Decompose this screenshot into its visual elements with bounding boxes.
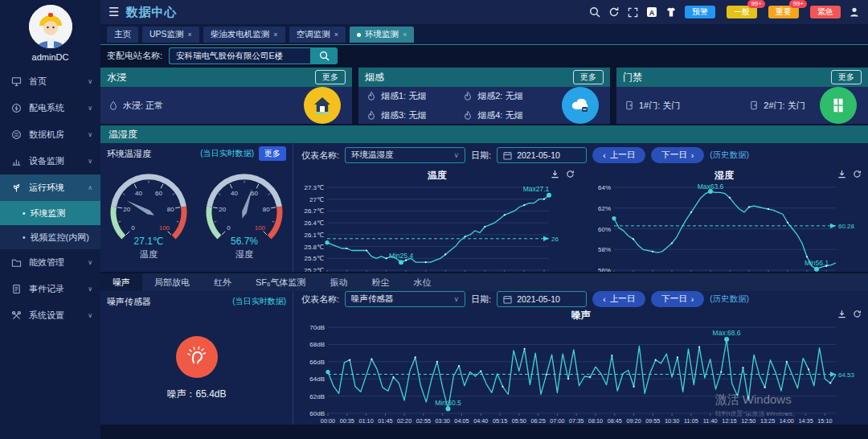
next-day-button[interactable]: 下一日›: [651, 147, 704, 163]
tab-0[interactable]: 主页: [107, 27, 138, 43]
refresh-icon[interactable]: [853, 310, 862, 318]
username: adminDC: [32, 52, 69, 62]
noise-chart-title: 噪声: [571, 309, 591, 322]
svg-text:27.1℃: 27.1℃: [133, 236, 163, 247]
meter-select[interactable]: 噪声传感器∨: [345, 291, 465, 307]
sidebar-item-4[interactable]: 运行环境∧: [0, 174, 100, 201]
tab-3[interactable]: 空调监测×: [289, 27, 346, 43]
refresh-icon[interactable]: [608, 6, 620, 18]
chevron-left-icon: ‹: [603, 150, 606, 160]
tab-2[interactable]: 柴油发电机监测×: [203, 27, 285, 43]
station-search-button[interactable]: [310, 47, 338, 64]
alert-button-3[interactable]: 紧急: [810, 6, 841, 18]
tab-1[interactable]: UPS监测×: [142, 27, 199, 43]
sidebar-item-8[interactable]: 事件记录∨: [0, 276, 100, 302]
svg-text:11:40: 11:40: [702, 417, 717, 425]
sidebar-subitem-6[interactable]: •视频监控(内网): [0, 225, 100, 249]
svg-text:14:00: 14:00: [779, 417, 793, 425]
alert-button-0[interactable]: 预警: [685, 6, 715, 18]
menu-toggle-icon[interactable]: ☰: [108, 5, 119, 19]
next-day-button[interactable]: 下一日›: [651, 291, 704, 307]
sensor-tab-4[interactable]: 振动: [318, 273, 360, 291]
search-icon[interactable]: [589, 6, 600, 18]
translate-icon[interactable]: A: [646, 6, 657, 18]
theme-icon[interactable]: [665, 6, 677, 18]
humidity-chart: 56%58%60%62%64%00:0001:2002:4004:0005:20…: [583, 183, 865, 272]
temp-chart-controls: 仪表名称: 环境温湿度∨ 日期: 2021-05-10 ‹上一日 下一日› (历…: [293, 143, 868, 167]
door-more-button[interactable]: 更多: [831, 70, 862, 84]
bullet-icon: •: [23, 209, 26, 218]
history-data-link[interactable]: (历史数据): [710, 293, 749, 305]
temperature-chart-title: 温度: [428, 169, 447, 183]
svg-text:Max63.6: Max63.6: [698, 183, 724, 191]
water-more-button[interactable]: 更多: [315, 70, 346, 84]
sensor-tab-3[interactable]: SF₆气体监测: [244, 273, 318, 291]
sidebar-item-3[interactable]: 设备监测∨: [0, 148, 100, 174]
station-name-input[interactable]: 安科瑞电气股份有限公司E楼: [169, 47, 310, 64]
chevron-icon: ∨: [88, 312, 92, 319]
smoke-card: 烟感 更多 烟感1: 无烟烟感2: 无烟烟感3: 无烟烟感4: 无烟: [358, 68, 610, 124]
door-card: 门禁 更多 1#门: 关门2#门: 关门: [616, 68, 868, 124]
refresh-icon[interactable]: [853, 170, 862, 178]
sidebar-item-2[interactable]: 数据机房∨: [0, 121, 100, 148]
sidebar-item-9[interactable]: 系统设置∨: [0, 302, 100, 329]
status-item-0: 水浸: 正常: [108, 100, 163, 112]
prev-day-button[interactable]: ‹上一日: [592, 147, 645, 163]
water-items: 水浸: 正常: [108, 100, 163, 112]
chart-tools: [837, 170, 862, 178]
svg-text:25.5℃: 25.5℃: [304, 255, 324, 262]
download-icon[interactable]: [837, 170, 846, 178]
tab-4[interactable]: 环境监测×: [350, 27, 414, 43]
meter-select[interactable]: 环境温湿度∨: [345, 147, 465, 163]
sensor-tab-6[interactable]: 水位: [402, 273, 444, 291]
svg-text:100: 100: [255, 224, 266, 232]
avatar[interactable]: [29, 5, 72, 48]
date-picker[interactable]: 2021-05-10: [497, 147, 587, 163]
date-picker[interactable]: 2021-05-10: [497, 291, 587, 307]
sidebar-item-7[interactable]: 能效管理∨: [0, 249, 100, 276]
close-icon[interactable]: ×: [188, 31, 192, 39]
svg-text:64%: 64%: [598, 184, 611, 191]
sensor-tab-1[interactable]: 局部放电: [142, 273, 202, 291]
flood-status-icon: [304, 87, 341, 124]
refresh-icon[interactable]: [566, 170, 575, 178]
sidebar-item-0[interactable]: 首页∨: [0, 68, 100, 95]
svg-text:62%: 62%: [598, 205, 611, 212]
close-icon[interactable]: ×: [403, 31, 407, 39]
svg-text:00:35: 00:35: [339, 417, 354, 425]
prev-day-button[interactable]: ‹上一日: [592, 291, 645, 307]
svg-text:湿度: 湿度: [235, 249, 253, 259]
flame-icon: [463, 110, 473, 120]
fullscreen-icon[interactable]: [628, 7, 638, 18]
svg-text:12:50: 12:50: [741, 417, 755, 425]
sensor-tab-5[interactable]: 粉尘: [360, 273, 402, 291]
search-icon: [319, 51, 330, 61]
chart-tools: [837, 310, 862, 318]
svg-text:Min56.1: Min56.1: [805, 259, 829, 267]
svg-text:62dB: 62dB: [309, 393, 325, 400]
sidebar-item-1[interactable]: 配电系统∨: [0, 95, 100, 121]
svg-text:04:05: 04:05: [454, 417, 469, 425]
close-icon[interactable]: ×: [273, 31, 277, 39]
menu-icon: [11, 284, 22, 294]
svg-text:04:40: 04:40: [473, 417, 488, 425]
bullet-icon: •: [23, 233, 26, 242]
close-icon[interactable]: ×: [334, 31, 338, 39]
download-icon[interactable]: [837, 310, 846, 318]
smoke-more-button[interactable]: 更多: [573, 70, 604, 84]
user-icon[interactable]: [849, 6, 860, 18]
alert-button-1[interactable]: 一般99+: [727, 6, 757, 18]
history-data-link[interactable]: (历史数据): [710, 150, 749, 161]
gauge-more-button[interactable]: 更多: [259, 146, 286, 161]
station-search-row: 变配电站名称: 安科瑞电气股份有限公司E楼: [100, 45, 868, 67]
download-icon[interactable]: [551, 170, 559, 178]
temperature-chart-panel: 温度 25.2℃25.5℃25.8℃26.1℃26.4℃26.7℃27℃27.3…: [293, 167, 581, 272]
alert-button-2[interactable]: 重要99+: [768, 6, 799, 18]
svg-text:02:20: 02:20: [396, 417, 411, 425]
sidebar-subitem-5[interactable]: •环境监测: [0, 201, 100, 225]
sensor-tab-2[interactable]: 红外: [202, 273, 244, 291]
sidebar-menu: 首页∨ 配电系统∨ 数据机房∨ 设备监测∨ 运行环境∧•环境监测•视频监控(内网…: [0, 68, 100, 329]
menu-icon: [11, 310, 22, 321]
svg-text:60dB: 60dB: [309, 410, 325, 417]
sensor-tab-0[interactable]: 噪声: [100, 273, 142, 291]
